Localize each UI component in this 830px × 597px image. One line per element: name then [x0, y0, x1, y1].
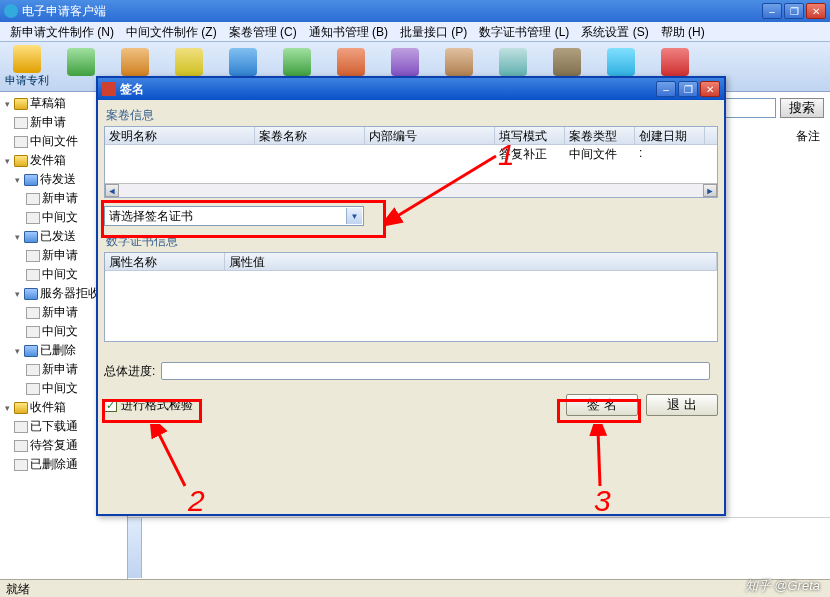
col-invention-name[interactable]: 发明名称 [105, 127, 255, 144]
folder-icon [24, 231, 38, 243]
progress-row: 总体进度: [104, 362, 718, 380]
tool-icon-8 [391, 48, 419, 76]
tool-apply-patent[interactable]: 申请专利 [0, 44, 54, 90]
dialog-window-buttons: – ❐ ✕ [656, 81, 720, 97]
apply-patent-icon [13, 45, 41, 73]
tool-icon-2 [67, 48, 95, 76]
menu-notice-management[interactable]: 通知书管理 (B) [303, 22, 394, 41]
folder-icon [24, 345, 38, 357]
scroll-track[interactable] [119, 184, 703, 197]
cell-fill-mode: 答复补正 [495, 145, 565, 163]
cert-select-dropdown[interactable]: 请选择签名证书 ▼ [104, 206, 364, 226]
cert-select-placeholder: 请选择签名证书 [109, 208, 193, 225]
tool-icon-12 [607, 48, 635, 76]
menu-case-management[interactable]: 案卷管理 (C) [223, 22, 303, 41]
signature-dialog: 签名 – ❐ ✕ 案卷信息 发明名称 案卷名称 内部编号 填写模式 案卷类型 创… [96, 76, 726, 516]
col-attr-value[interactable]: 属性值 [225, 253, 717, 270]
case-grid-hscroll[interactable]: ◄ ► [105, 183, 717, 197]
sign-button[interactable]: 签 名 [566, 394, 638, 416]
dialog-title: 签名 [120, 81, 656, 98]
file-icon [26, 383, 40, 395]
button-row: ✓ 进行格式检验 签 名 退 出 [104, 394, 718, 416]
menubar: 新申请文件制作 (N) 中间文件制作 (Z) 案卷管理 (C) 通知书管理 (B… [0, 22, 830, 42]
tool-icon-7 [337, 48, 365, 76]
cell-create-date: : [635, 145, 705, 163]
tool-icon-4 [175, 48, 203, 76]
minimize-button[interactable]: – [762, 3, 782, 19]
folder-icon [24, 174, 38, 186]
search-button[interactable]: 搜索 [780, 98, 824, 118]
dialog-titlebar: 签名 – ❐ ✕ [98, 78, 724, 100]
maximize-button[interactable]: ❐ [784, 3, 804, 19]
menu-new-application[interactable]: 新申请文件制作 (N) [4, 22, 120, 41]
footer-strip [128, 517, 830, 579]
exit-button[interactable]: 退 出 [646, 394, 718, 416]
dialog-minimize-button[interactable]: – [656, 81, 676, 97]
file-icon [14, 117, 28, 129]
menu-digital-cert[interactable]: 数字证书管理 (L) [473, 22, 575, 41]
folder-icon [24, 288, 38, 300]
app-title: 电子申请客户端 [22, 3, 762, 20]
file-icon [26, 364, 40, 376]
folder-icon [14, 155, 28, 167]
folder-icon [14, 98, 28, 110]
window-buttons: – ❐ ✕ [762, 3, 826, 19]
file-icon [26, 212, 40, 224]
checkbox-icon: ✓ [104, 399, 117, 412]
file-icon [26, 307, 40, 319]
case-grid: 发明名称 案卷名称 内部编号 填写模式 案卷类型 创建日期 答复补正 中间文件 … [104, 126, 718, 198]
folder-icon [14, 402, 28, 414]
watermark: 知乎 @Greta [745, 577, 820, 595]
scroll-left-icon[interactable]: ◄ [105, 184, 119, 197]
menu-help[interactable]: 帮助 (H) [655, 22, 711, 41]
cell-case-type: 中间文件 [565, 145, 635, 163]
file-icon [26, 326, 40, 338]
group-case-info-title: 案卷信息 [106, 107, 718, 124]
dialog-body: 案卷信息 发明名称 案卷名称 内部编号 填写模式 案卷类型 创建日期 答复补正 … [98, 100, 724, 514]
file-icon [26, 269, 40, 281]
tool-icon-6 [283, 48, 311, 76]
col-case-name[interactable]: 案卷名称 [255, 127, 365, 144]
dialog-close-button[interactable]: ✕ [700, 81, 720, 97]
file-icon [14, 136, 28, 148]
col-case-type[interactable]: 案卷类型 [565, 127, 635, 144]
statusbar: 就绪 [0, 579, 830, 597]
col-attr-name[interactable]: 属性名称 [105, 253, 225, 270]
tool-icon-9 [445, 48, 473, 76]
case-grid-header: 发明名称 案卷名称 内部编号 填写模式 案卷类型 创建日期 [105, 127, 717, 145]
close-button[interactable]: ✕ [806, 3, 826, 19]
col-create-date[interactable]: 创建日期 [635, 127, 705, 144]
attr-grid: 属性名称 属性值 [104, 252, 718, 342]
file-icon [14, 440, 28, 452]
tool-icon-3 [121, 48, 149, 76]
status-text: 就绪 [6, 582, 30, 596]
format-check-checkbox[interactable]: ✓ 进行格式检验 [104, 397, 193, 414]
tool-icon-11 [553, 48, 581, 76]
col-internal-no[interactable]: 内部编号 [365, 127, 495, 144]
tool-apply-patent-label: 申请专利 [5, 73, 49, 88]
group-cert-info-title: 数字证书信息 [106, 233, 718, 250]
menu-intermediate-file[interactable]: 中间文件制作 (Z) [120, 22, 223, 41]
main-titlebar: 电子申请客户端 – ❐ ✕ [0, 0, 830, 22]
tool-icon-10 [499, 48, 527, 76]
dialog-maximize-button[interactable]: ❐ [678, 81, 698, 97]
chevron-down-icon[interactable]: ▼ [346, 208, 362, 224]
progress-bar [161, 362, 710, 380]
attr-grid-header: 属性名称 属性值 [105, 253, 717, 271]
file-icon [14, 421, 28, 433]
tool-icon-5 [229, 48, 257, 76]
tool-icon-13 [661, 48, 689, 76]
dialog-icon [102, 82, 116, 96]
menu-batch-interface[interactable]: 批量接口 (P) [394, 22, 473, 41]
col-fill-mode[interactable]: 填写模式 [495, 127, 565, 144]
column-note-header: 备注 [796, 128, 820, 145]
scroll-right-icon[interactable]: ► [703, 184, 717, 197]
footer-tab[interactable] [128, 518, 142, 578]
file-icon [14, 459, 28, 471]
case-row[interactable]: 答复补正 中间文件 : [105, 145, 717, 163]
search-row: 搜索 [716, 98, 824, 118]
file-icon [26, 250, 40, 262]
file-icon [26, 193, 40, 205]
app-icon [4, 4, 18, 18]
menu-system-settings[interactable]: 系统设置 (S) [575, 22, 654, 41]
